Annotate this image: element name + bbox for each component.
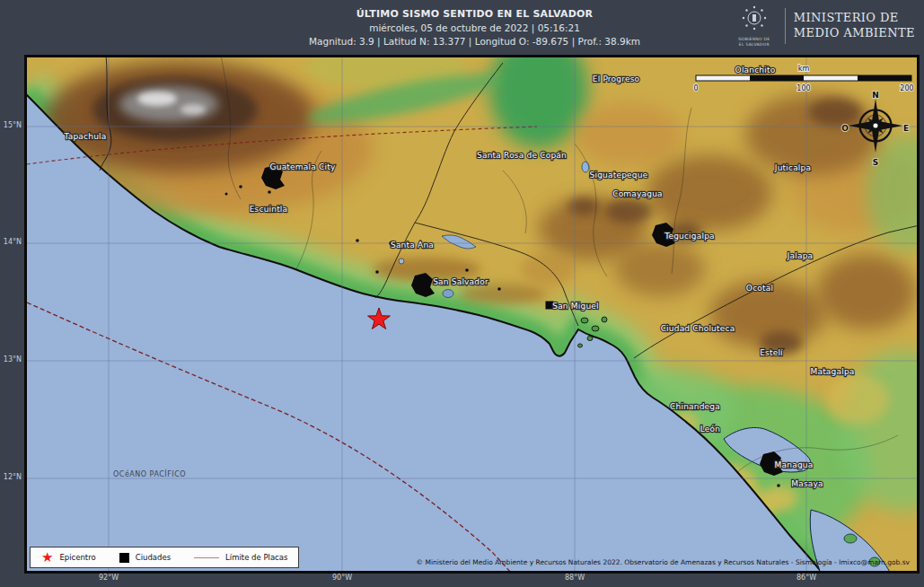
legend-square-icon <box>119 553 129 563</box>
city-label-san-salvador: San Salvador <box>433 277 488 286</box>
city-label-estel: Estelí <box>760 348 783 357</box>
city-label-masaya: Masaya <box>791 479 823 488</box>
lon-tick-92-w: 92°W <box>89 574 128 582</box>
lat-tick-13-n: 13°N <box>0 355 22 364</box>
city-label-le-n: León <box>700 425 720 434</box>
legend-item-l-mite-de-placas: Límite de Placas <box>194 553 287 562</box>
seismic-map: TapachulaGuatemala CityEscuintlaSanta An… <box>24 55 920 574</box>
ministry-line2: MEDIO AMBIENTE <box>794 26 915 41</box>
gov-seal-icon: GOBIERNO DE EL SALVADOR <box>732 5 777 47</box>
city-label-tegucigalpa: Tegucigalpa <box>664 232 715 241</box>
legend-item-ciudades: Ciudades <box>119 553 171 563</box>
compass-n: N <box>872 91 879 100</box>
lon-tick-90-w: 90°W <box>322 574 362 582</box>
city-label-ciudad-choluteca: Ciudad Choluteca <box>661 324 735 333</box>
lake-yojoa <box>582 162 589 172</box>
lon-tick-86-w: 86°W <box>787 574 826 582</box>
scale-unit: km <box>798 65 810 73</box>
city-label-tapachula: Tapachula <box>64 132 107 141</box>
gov-seal-emblem-icon <box>739 5 770 32</box>
ministry-line1: MINISTERIO DE <box>794 11 915 26</box>
city-label-matagalpa: Matagalpa <box>810 367 854 376</box>
lat-tick-15-n: 15°N <box>0 121 22 129</box>
city-label-guatemala-city: Guatemala City <box>270 162 336 171</box>
header: ÚLTIMO SISMO SENTIDO EN EL SALVADOR miér… <box>309 8 640 47</box>
legend-line-icon <box>194 557 219 558</box>
compass-w: O <box>841 124 849 133</box>
map-canvas: TapachulaGuatemala CityEscuintlaSanta An… <box>27 57 917 571</box>
credit-text: © Ministerio del Medio Ambiente y Recurs… <box>417 558 910 566</box>
lat-tick-12-n: 12°N <box>0 473 22 481</box>
lake-ilopango <box>443 290 453 298</box>
lake-coatepeque <box>399 258 404 264</box>
city-label-olanchito: Olanchito <box>735 66 776 74</box>
scale-tick-200: 200 <box>900 84 913 92</box>
ministry-name: MINISTERIO DE MEDIO AMBIENTE <box>794 11 915 41</box>
legend-item-epicentro: ★Epicentro <box>41 552 96 563</box>
city-label-ocotal: Ocotal <box>746 284 773 293</box>
city-label-escuintla: Escuintla <box>250 205 288 214</box>
ocean-label: OCéANO PACÍFICO <box>113 469 186 478</box>
city-label-managua: Managua <box>775 460 814 469</box>
city-label-siguatepeque: Siguatepeque <box>590 171 648 180</box>
city-label-juticalpa: Juticalpa <box>774 163 811 172</box>
city-label-san-miguel: San Miguel <box>552 302 599 311</box>
scale-tick-0: 0 <box>693 84 698 92</box>
event-details: Magnitud: 3.9 | Latitud N: 13.377 | Long… <box>309 36 640 47</box>
scale-tick-100: 100 <box>796 84 810 92</box>
legend-star-icon: ★ <box>41 552 53 563</box>
city-label-jalapa: Jalapa <box>787 251 814 260</box>
gov-seal-text: GOBIERNO DE EL SALVADOR <box>732 37 777 47</box>
gov-line2: EL SALVADOR <box>732 42 777 48</box>
city-label-chinandega: Chinandega <box>670 402 720 411</box>
city-label-santa-rosa-de-cop-n: Santa Rosa de Copán <box>477 151 567 160</box>
compass-e: E <box>903 124 909 133</box>
compass-s: S <box>873 158 878 167</box>
legend-label: Ciudades <box>136 553 171 562</box>
page-title: ÚLTIMO SISMO SENTIDO EN EL SALVADOR <box>309 8 640 20</box>
map-legend: ★EpicentroCiudadesLímite de Placas <box>30 547 299 568</box>
screenshot-root: ÚLTIMO SISMO SENTIDO EN EL SALVADOR miér… <box>0 0 924 587</box>
city-label-santa-ana: Santa Ana <box>391 241 434 250</box>
logo-divider <box>785 8 786 44</box>
gov-line1: GOBIERNO DE <box>732 37 777 42</box>
lon-tick-88-w: 88°W <box>555 574 594 582</box>
lat-tick-14-n: 14°N <box>0 238 22 246</box>
legend-label: Límite de Placas <box>225 553 287 562</box>
government-logo: GOBIERNO DE EL SALVADOR MINISTERIO DE ME… <box>732 5 915 47</box>
legend-label: Epicentro <box>59 553 95 562</box>
event-datetime: miércoles, 05 de octubre de 2022 | 05:16… <box>309 22 640 33</box>
city-label-el-progreso: El Progreso <box>593 74 640 83</box>
city-label-comayagua: Comayagua <box>612 189 663 198</box>
